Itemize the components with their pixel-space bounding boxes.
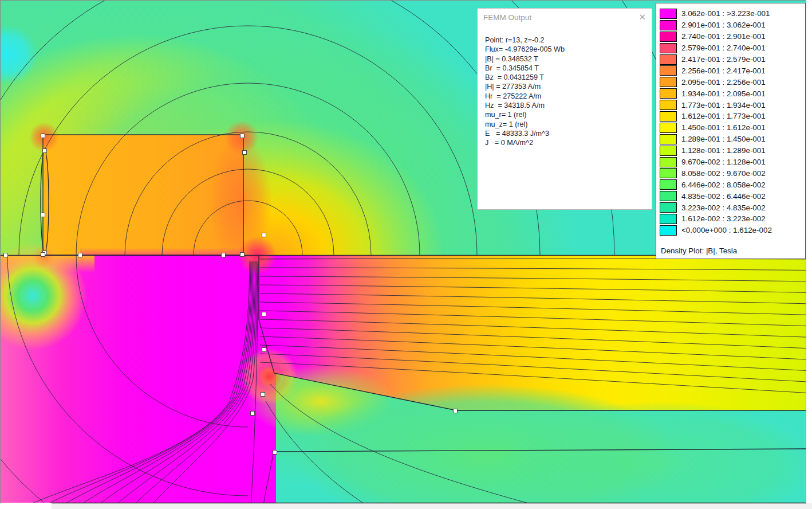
femm-postprocessor-view: FEMM Output ✕ Point: r=13, z=-0.2 Flux= … <box>0 0 812 509</box>
readout-line: E = 48333.3 J/m^3 <box>485 129 652 138</box>
readout-line: mu_r= 1 (rel) <box>485 110 652 119</box>
density-legend-panel: 3.062e-001 : >3.223e-001 2.901e-001 : 3.… <box>656 3 806 259</box>
readout-line: |B| = 0.348532 T <box>485 54 652 64</box>
legend-color-swatch <box>660 134 677 144</box>
readout-line: Point: r=13, z=-0.2 <box>485 36 652 45</box>
readout-line: J = 0 MA/m^2 <box>485 138 652 147</box>
legend-color-swatch <box>660 65 677 76</box>
legend-range-label: 1.289e-001 : 1.450e-001 <box>681 135 766 143</box>
legend-color-swatch <box>660 202 677 213</box>
legend-range-label: <0.000e+000 : 1.612e-002 <box>681 226 772 234</box>
legend-rows: 3.062e-001 : >3.223e-001 2.901e-001 : 3.… <box>656 3 805 236</box>
legend-row: <0.000e+000 : 1.612e-002 <box>656 225 805 236</box>
legend-range-label: 8.058e-002 : 9.670e-002 <box>681 169 766 178</box>
readout-line: Hr = 275222 A/m <box>485 92 652 101</box>
legend-color-swatch <box>660 146 677 156</box>
legend-color-swatch <box>660 77 677 87</box>
legend-title: Density Plot: |B|, Tesla <box>661 246 737 255</box>
legend-color-swatch <box>660 168 677 178</box>
legend-row: 1.289e-001 : 1.450e-001 <box>656 134 805 145</box>
legend-range-label: 2.740e-001 : 2.901e-001 <box>681 32 766 41</box>
femm-output-titlebar[interactable]: FEMM Output ✕ <box>478 9 652 22</box>
legend-row: 1.773e-001 : 1.934e-001 <box>656 99 805 111</box>
readout-line: Bz = 0.0431259 T <box>485 73 652 82</box>
femm-output-window[interactable]: FEMM Output ✕ Point: r=13, z=-0.2 Flux= … <box>477 8 652 210</box>
legend-row: 1.128e-001 : 1.289e-001 <box>656 145 805 156</box>
legend-range-label: 2.417e-001 : 2.579e-001 <box>681 55 766 64</box>
legend-range-label: 1.612e-001 : 1.773e-001 <box>681 112 766 120</box>
legend-row: 3.062e-001 : >3.223e-001 <box>656 8 805 19</box>
legend-row: 2.901e-001 : 3.062e-001 <box>656 19 805 31</box>
legend-range-label: 2.901e-001 : 3.062e-001 <box>681 21 766 29</box>
legend-range-label: 1.773e-001 : 1.934e-001 <box>681 101 766 109</box>
legend-row: 1.450e-001 : 1.612e-001 <box>656 122 805 134</box>
window-title: FEMM Output <box>483 13 531 22</box>
close-icon[interactable]: ✕ <box>638 13 646 21</box>
legend-color-swatch <box>660 20 677 30</box>
legend-color-swatch <box>660 54 677 65</box>
legend-range-label: 9.670e-002 : 1.128e-001 <box>681 158 766 166</box>
readout-line: mu_z= 1 (rel) <box>485 120 652 129</box>
legend-range-label: 2.579e-001 : 2.740e-001 <box>681 44 766 52</box>
legend-row: 3.223e-002 : 4.835e-002 <box>656 202 805 213</box>
legend-range-label: 2.256e-001 : 2.417e-001 <box>681 66 766 75</box>
legend-row: 2.579e-001 : 2.740e-001 <box>656 42 805 54</box>
legend-range-label: 3.223e-002 : 4.835e-002 <box>681 203 766 212</box>
readout-line: Flux= -4.97629e-005 Wb <box>485 45 652 54</box>
legend-range-label: 6.446e-002 : 8.058e-002 <box>681 181 766 189</box>
legend-row: 4.835e-002 : 6.446e-002 <box>656 190 805 202</box>
legend-row: 2.256e-001 : 2.417e-001 <box>656 65 805 76</box>
legend-row: 9.670e-002 : 1.128e-001 <box>656 156 805 168</box>
readout-line: |H| = 277353 A/m <box>485 82 652 91</box>
legend-range-label: 1.128e-001 : 1.289e-001 <box>681 146 766 155</box>
legend-range-label: 4.835e-002 : 6.446e-002 <box>681 192 766 201</box>
legend-range-label: 1.934e-001 : 2.095e-001 <box>681 89 766 98</box>
point-readout: Point: r=13, z=-0.2 Flux= -4.97629e-005 … <box>485 36 652 148</box>
legend-color-swatch <box>660 100 677 110</box>
legend-row: 6.446e-002 : 8.058e-002 <box>656 179 805 190</box>
legend-range-label: 1.450e-001 : 1.612e-001 <box>681 123 766 132</box>
legend-row: 8.058e-002 : 9.670e-002 <box>656 167 805 179</box>
legend-range-label: 1.612e-002 : 3.223e-002 <box>681 214 766 223</box>
legend-range-label: 2.095e-001 : 2.256e-001 <box>681 78 766 87</box>
legend-color-swatch <box>660 111 677 122</box>
legend-color-swatch <box>660 88 677 99</box>
legend-color-swatch <box>660 225 677 236</box>
legend-row: 1.612e-001 : 1.773e-001 <box>656 111 805 122</box>
legend-row: 2.740e-001 : 2.901e-001 <box>656 31 805 42</box>
legend-row: 1.612e-002 : 3.223e-002 <box>656 213 805 225</box>
legend-color-swatch <box>660 214 677 224</box>
legend-color-swatch <box>660 9 677 19</box>
readout-line: Hz = 34318.5 A/m <box>485 101 652 110</box>
legend-row: 2.095e-001 : 2.256e-001 <box>656 76 805 88</box>
legend-color-swatch <box>660 191 677 201</box>
legend-color-swatch <box>660 32 677 42</box>
readout-line: Br = 0.345854 T <box>485 64 652 73</box>
legend-color-swatch <box>660 157 677 167</box>
legend-color-swatch <box>660 123 677 133</box>
legend-range-label: 3.062e-001 : >3.223e-001 <box>681 9 770 18</box>
legend-color-swatch <box>660 43 677 53</box>
legend-row: 1.934e-001 : 2.095e-001 <box>656 88 805 99</box>
legend-color-swatch <box>660 179 677 190</box>
legend-row: 2.417e-001 : 2.579e-001 <box>656 54 805 65</box>
